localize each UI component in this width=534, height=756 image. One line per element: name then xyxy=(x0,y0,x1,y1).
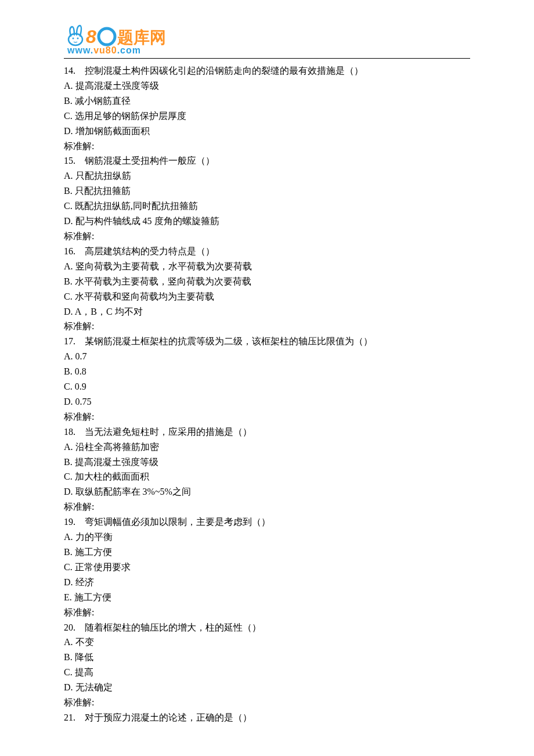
option: A. 竖向荷载为主要荷载，水平荷载为次要荷载 xyxy=(64,259,470,274)
question-number: 19. xyxy=(64,517,75,527)
question-stem: 对于预应力混凝土的论述，正确的是（） xyxy=(85,712,252,722)
option: C. 提高 xyxy=(64,665,470,680)
logo-text: 题库网 xyxy=(117,28,166,46)
svg-point-2 xyxy=(77,38,79,39)
answer-label: 标准解: xyxy=(64,695,470,710)
option: A. 力的平衡 xyxy=(64,530,470,545)
option: B. 提高混凝土强度等级 xyxy=(64,455,470,470)
answer-label: 标准解: xyxy=(64,605,470,620)
question-19: 19. 弯矩调幅值必须加以限制，主要是考虑到（） xyxy=(64,514,470,530)
question-17: 17. 某钢筋混凝土框架柱的抗震等级为二级，该框架柱的轴压比限值为（） xyxy=(64,334,470,349)
svg-point-1 xyxy=(73,38,74,39)
option: B. 水平荷载为主要荷载，竖向荷载为次要荷载 xyxy=(64,274,470,289)
question-stem: 控制混凝土构件因碳化引起的沿钢筋走向的裂缝的最有效措施是（） xyxy=(85,66,363,75)
answer-label: 标准解: xyxy=(64,319,470,334)
answer-label: 标准解: xyxy=(64,229,470,244)
option: D. 0.75 xyxy=(64,394,470,409)
option: D. 经济 xyxy=(64,575,470,590)
option: B. 0.8 xyxy=(64,364,470,379)
question-stem: 弯矩调幅值必须加以限制，主要是考虑到（） xyxy=(85,517,270,527)
option: D. 无法确定 xyxy=(64,680,470,695)
question-stem: 钢筋混凝土受扭构件一般应（） xyxy=(85,156,215,165)
question-21: 21. 对于预应力混凝土的论述，正确的是（） xyxy=(64,710,470,725)
question-16: 16. 高层建筑结构的受力特点是（） xyxy=(64,244,470,259)
option: C. 0.9 xyxy=(64,379,470,394)
svg-point-0 xyxy=(68,34,82,45)
question-14: 14. 控制混凝土构件因碳化引起的沿钢筋走向的裂缝的最有效措施是（） xyxy=(64,63,470,78)
answer-label: 标准解: xyxy=(64,409,470,424)
option: D. 配与构件轴线成 45 度角的螺旋箍筋 xyxy=(64,214,470,229)
question-stem: 高层建筑结构的受力特点是（） xyxy=(85,246,215,256)
option: A. 不变 xyxy=(64,635,470,650)
option: B. 施工方便 xyxy=(64,545,470,560)
option: A. 0.7 xyxy=(64,349,470,364)
question-number: 21. xyxy=(64,712,75,722)
svg-point-3 xyxy=(99,28,115,45)
question-number: 16. xyxy=(64,246,75,256)
answer-label: 标准解: xyxy=(64,139,470,154)
question-number: 15. xyxy=(64,156,75,165)
option: D. A，B，C 均不对 xyxy=(64,304,470,319)
option: B. 减小钢筋直径 xyxy=(64,93,470,109)
option: C. 既配抗扭纵筋,同时配抗扭箍筋 xyxy=(64,199,470,214)
question-18: 18. 当无法避免短柱时，应采用的措施是（） xyxy=(64,424,470,440)
document-page: 8 题库网 www.vu80.com 14. 控制混凝土构件因碳化引起的沿钢筋走… xyxy=(0,0,534,756)
logo-8: 8 xyxy=(86,26,96,47)
question-15: 15. 钢筋混凝土受扭构件一般应（） xyxy=(64,153,470,168)
questions-content: 14. 控制混凝土构件因碳化引起的沿钢筋走向的裂缝的最有效措施是（） A. 提高… xyxy=(64,63,470,725)
question-stem: 随着框架柱的轴压比的增大，柱的延性（） xyxy=(85,622,261,632)
answer-label: 标准解: xyxy=(64,499,470,514)
option: B. 只配抗扭箍筋 xyxy=(64,183,470,199)
option: D. 增加钢筋截面面积 xyxy=(64,124,470,139)
option: C. 加大柱的截面面积 xyxy=(64,469,470,484)
logo-url: www.vu80.com xyxy=(67,45,141,55)
option: C. 选用足够的钢筋保护层厚度 xyxy=(64,109,470,124)
question-number: 14. xyxy=(64,66,75,75)
option: E. 施工方便 xyxy=(64,590,470,605)
question-20: 20. 随着框架柱的轴压比的增大，柱的延性（） xyxy=(64,620,470,635)
question-stem: 某钢筋混凝土框架柱的抗震等级为二级，该框架柱的轴压比限值为（） xyxy=(85,336,373,346)
question-number: 20. xyxy=(64,622,75,632)
option: D. 取纵筋配筋率在 3%~5%之间 xyxy=(64,484,470,499)
option: A. 沿柱全高将箍筋加密 xyxy=(64,440,470,455)
question-stem: 当无法避免短柱时，应采用的措施是（） xyxy=(85,427,252,437)
question-number: 18. xyxy=(64,427,75,437)
option: A. 提高混凝土强度等级 xyxy=(64,78,470,93)
logo-svg: 8 题库网 www.vu80.com xyxy=(64,23,197,57)
option: A. 只配抗扭纵筋 xyxy=(64,168,470,183)
option: B. 降低 xyxy=(64,650,470,665)
option: C. 水平荷载和竖向荷载均为主要荷载 xyxy=(64,289,470,304)
option: C. 正常使用要求 xyxy=(64,560,470,575)
header-divider xyxy=(64,58,470,59)
site-logo: 8 题库网 www.vu80.com xyxy=(64,23,470,57)
question-number: 17. xyxy=(64,336,75,346)
